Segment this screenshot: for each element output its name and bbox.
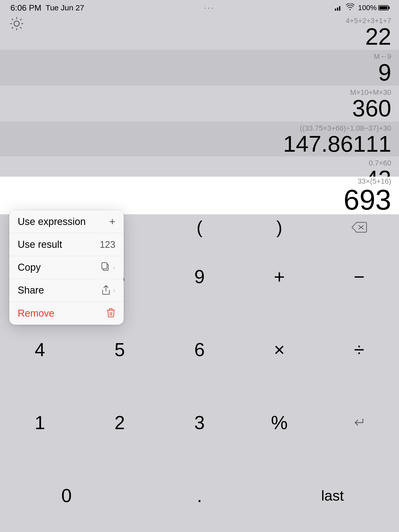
- key-last[interactable]: last: [266, 459, 399, 532]
- key-enter[interactable]: [319, 386, 399, 459]
- use-result-label: Use result: [18, 239, 62, 250]
- menu-item-remove[interactable]: Remove: [9, 302, 124, 325]
- use-expression-label: Use expression: [18, 216, 86, 227]
- history-result: 9: [8, 61, 391, 84]
- history-row[interactable]: ((33.75×3+66)÷1.08−37)+30 147.86111: [0, 122, 399, 156]
- status-right: 100%: [335, 3, 389, 12]
- history-row[interactable]: M←9 9: [0, 50, 399, 86]
- status-bar: 6:06 PM Tue Jun 27 ··· 100%: [0, 0, 399, 16]
- history-result: 360: [8, 97, 391, 120]
- key-1[interactable]: 1: [0, 386, 80, 459]
- use-result-value: 123: [100, 239, 115, 250]
- trash-icon: [107, 308, 115, 319]
- key-divide[interactable]: ÷: [319, 313, 399, 386]
- use-expression-icon: +: [109, 216, 115, 228]
- key-2[interactable]: 2: [80, 386, 159, 459]
- history-result: 22: [8, 25, 391, 48]
- battery-icon: [378, 5, 389, 10]
- copy-chevron: ›: [113, 263, 115, 271]
- wifi-icon: [346, 3, 354, 12]
- share-chevron: ›: [113, 286, 115, 294]
- menu-item-copy[interactable]: Copy ›: [9, 256, 124, 279]
- key-open-paren[interactable]: (: [159, 214, 239, 240]
- history-expression: M×10+M×30: [8, 88, 391, 97]
- context-menu: Use expression + Use result 123 Copy › S…: [9, 210, 124, 325]
- svg-rect-1: [102, 263, 107, 269]
- copy-label: Copy: [18, 262, 41, 273]
- status-date: Tue Jun 27: [45, 3, 84, 12]
- share-label: Share: [18, 285, 44, 296]
- history-result: 147.86111: [8, 132, 391, 155]
- remove-icon: [107, 308, 115, 319]
- key-backspace[interactable]: [319, 214, 399, 240]
- history-row[interactable]: M×10+M×30 360: [0, 86, 399, 122]
- settings-button[interactable]: [7, 14, 26, 33]
- copy-icon-chevron: ›: [101, 262, 115, 274]
- key-plus[interactable]: +: [240, 240, 319, 313]
- menu-item-use-expression[interactable]: Use expression +: [9, 210, 124, 233]
- key-row-0: 0 . last: [0, 459, 399, 532]
- key-decimal[interactable]: .: [133, 459, 266, 532]
- key-3[interactable]: 3: [159, 386, 239, 459]
- history-expression: 0.7×60: [8, 159, 391, 167]
- remove-label: Remove: [18, 308, 55, 319]
- key-multiply[interactable]: ×: [240, 313, 319, 386]
- copy-icon: [101, 262, 110, 274]
- history-expression: 4+5+2+3+1+7: [8, 17, 391, 25]
- key-minus[interactable]: −: [319, 240, 399, 313]
- signal-icon: [335, 5, 342, 11]
- history-area: 4+5+2+3+1+7 22 M←9 9 M×10+M×30 360 ((33.…: [0, 0, 399, 192]
- menu-item-use-result[interactable]: Use result 123: [9, 233, 124, 256]
- status-dots: ···: [204, 4, 215, 12]
- active-display: 33×(5+16) 693: [0, 177, 399, 214]
- active-result: 693: [343, 185, 391, 214]
- key-close-paren[interactable]: ): [240, 214, 319, 240]
- key-9[interactable]: 9: [159, 240, 239, 313]
- history-row[interactable]: 4+5+2+3+1+7 22: [0, 14, 399, 50]
- battery-percentage: 100%: [358, 4, 377, 12]
- menu-item-share[interactable]: Share ›: [9, 279, 124, 302]
- battery-indicator: 100%: [358, 4, 389, 12]
- status-time: 6:06 PM: [10, 3, 41, 13]
- key-0[interactable]: 0: [0, 459, 133, 532]
- key-6[interactable]: 6: [159, 313, 239, 386]
- key-percent[interactable]: %: [240, 386, 319, 459]
- share-icon-chevron: ›: [102, 285, 115, 296]
- history-expression: M←9: [8, 52, 391, 61]
- key-row-123: 1 2 3 %: [0, 386, 399, 459]
- share-icon: [102, 285, 110, 296]
